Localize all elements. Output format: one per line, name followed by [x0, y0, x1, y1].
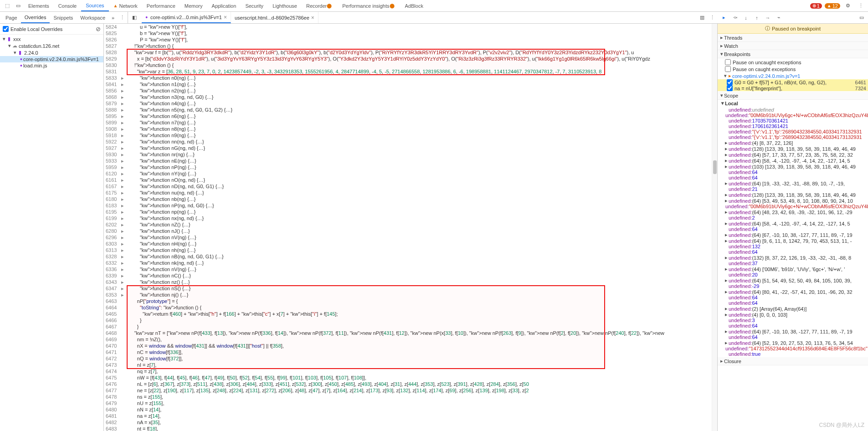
collapse-panel-icon[interactable]: ▭: [857, 13, 866, 22]
tree-folder[interactable]: ▾▮2.24.0: [0, 49, 103, 56]
breakpoint-hit-row[interactable]: na = nU["fingerprint"],7324: [718, 85, 868, 91]
fold-caret[interactable]: ▸: [120, 164, 125, 170]
scope-variable[interactable]: undefined: 64: [718, 169, 868, 175]
fold-caret[interactable]: ▸: [120, 196, 125, 202]
scope-variable[interactable]: ▸undefined: (64) [58, -4, -120, -97, -4,…: [718, 158, 868, 164]
scope-variable[interactable]: undefined: 37: [718, 261, 868, 266]
fold-caret[interactable]: ▸: [120, 145, 125, 151]
editor-scrollbar[interactable]: [712, 24, 717, 431]
more-icon[interactable]: ⋮: [856, 3, 866, 9]
watch-section[interactable]: ▸Watch: [718, 42, 868, 50]
fold-caret[interactable]: ▸: [120, 113, 125, 119]
tree-file[interactable]: •load.min.js: [0, 62, 103, 69]
fold-caret[interactable]: ▸: [120, 119, 125, 126]
breakpoints-section[interactable]: ▾Breakpoints: [718, 50, 868, 58]
scope-variable[interactable]: ▸undefined: (4) [8, 37, 22, 126]: [718, 140, 868, 146]
fold-caret[interactable]: ▸: [120, 272, 125, 279]
main-tab-sources[interactable]: Sources: [81, 0, 108, 11]
scope-variable[interactable]: ▸undefined: (2) [Array(64), Array(64)]: [718, 306, 868, 312]
scope-local[interactable]: ▾Local: [718, 100, 868, 107]
scope-variable[interactable]: ▸undefined: (64) [19, -33, -32, -31, -88…: [718, 180, 868, 186]
main-tab-security[interactable]: Security: [241, 0, 268, 11]
tree-root[interactable]: ▾▮xxx: [0, 36, 103, 42]
fold-caret[interactable]: ▸: [120, 253, 125, 260]
resume-button[interactable]: ▸: [719, 13, 729, 22]
main-tab-memory[interactable]: Memory: [180, 0, 207, 11]
close-tab-icon[interactable]: ×: [224, 14, 227, 21]
scope-variable[interactable]: ▸undefined: (128) [123, 39, 118, 39, 58,…: [718, 146, 868, 152]
fold-caret[interactable]: ▸: [120, 234, 125, 241]
scope-variable[interactable]: undefined: undefined: [718, 107, 868, 113]
fold-caret[interactable]: ▸: [120, 81, 125, 87]
fold-caret[interactable]: ▸: [120, 158, 125, 164]
fold-caret[interactable]: ▸: [120, 241, 125, 247]
fold-caret[interactable]: ▸: [120, 151, 125, 158]
scope-variable[interactable]: ▸undefined: (64) [48, 23, 42, 69, -39, -…: [718, 209, 868, 215]
file-tab[interactable]: •core-optimi.v2...0.min.js%3Fv=1×: [142, 12, 231, 23]
scope-variable[interactable]: ▸undefined: (44) ['00M6', 'b91b', 'UViy'…: [718, 266, 868, 272]
scope-variable[interactable]: ▸undefined: (64) [52, 19, 20, 27, 53, 20…: [718, 340, 868, 346]
main-tab-lighthouse[interactable]: Lighthouse: [268, 0, 302, 11]
fold-caret[interactable]: ▸: [120, 132, 125, 139]
toggle-navigator-icon[interactable]: ◧: [131, 14, 138, 21]
scope-variable[interactable]: ▸undefined: (64) [57, 17, 33, 77, 57, 23…: [718, 152, 868, 158]
scope-variable[interactable]: undefined: -29: [718, 283, 868, 289]
scope-variable[interactable]: undefined: 64: [718, 175, 868, 180]
fold-caret[interactable]: ▸: [120, 247, 125, 253]
scope-variable[interactable]: undefined: 64: [718, 249, 868, 255]
scope-variable[interactable]: undefined: "{'v':'v1.1','fp':'2689043238…: [718, 134, 868, 140]
threads-section[interactable]: ▸Threads: [718, 34, 868, 42]
fold-caret[interactable]: ▸: [120, 177, 125, 183]
main-tab-console[interactable]: Console: [54, 0, 81, 11]
deactivate-bp-button[interactable]: ⌁: [774, 13, 783, 22]
scope-variable[interactable]: undefined: 20: [718, 272, 868, 277]
bp-checkbox[interactable]: [727, 79, 733, 85]
fold-caret[interactable]: ▸: [120, 139, 125, 145]
scope-variable[interactable]: ▸undefined: (64) [53, 49, 53, 49, 8, 10,…: [718, 198, 868, 204]
warning-badge[interactable]: ▲ 12: [825, 3, 840, 9]
fold-caret[interactable]: ▸: [120, 279, 125, 285]
sub-tab-workspace[interactable]: Workspace: [77, 12, 109, 23]
scope-variable[interactable]: ▸undefined: (103) [123, 39, 118, 39, 58,…: [718, 164, 868, 169]
scope-variable[interactable]: undefined: 64: [718, 334, 868, 340]
scope-variable[interactable]: undefined: 1703570361421: [718, 118, 868, 123]
fold-caret[interactable]: ▸: [120, 75, 125, 81]
scope-variable[interactable]: undefined: "147312552344d414cf91356d684E…: [718, 346, 868, 351]
scope-variable[interactable]: undefined: 64: [718, 300, 868, 306]
main-tab-performance-insights[interactable]: Performance insights ⬤: [338, 0, 400, 11]
breakpoint-hit-row[interactable]: G0 = G0 + f[57] + G1, nB(nt, G0, ng, G2)…: [718, 79, 868, 85]
close-tab-icon[interactable]: ×: [311, 15, 314, 21]
step-out-button[interactable]: ↑: [752, 13, 761, 22]
show-coverage-icon[interactable]: ▥: [697, 15, 707, 21]
scope-variable[interactable]: undefined: 3: [718, 318, 868, 323]
main-tab-network[interactable]: ▲Network: [109, 0, 142, 11]
enable-local-overrides-checkbox[interactable]: [3, 26, 9, 32]
scope-variable[interactable]: ▸undefined: (64) [58, -4, -120, -97, -4,…: [718, 221, 868, 226]
fold-caret[interactable]: ▸: [120, 107, 125, 113]
scope-variable[interactable]: ▸undefined: (64) [67, -10, 10, 38, -127,…: [718, 328, 868, 334]
fold-caret[interactable]: ▸: [120, 260, 125, 266]
fold-caret[interactable]: ▸: [120, 292, 125, 298]
file-tab[interactable]: userscript.html...d-8609e25786ee×: [231, 12, 318, 23]
closure-section[interactable]: ▸Closure: [718, 357, 868, 365]
scope-variable[interactable]: undefined: 64: [718, 295, 868, 300]
scope-variable[interactable]: ▸undefined: (128) [123, 39, 118, 39, 58,…: [718, 192, 868, 198]
scope-variable[interactable]: undefined: 1706162361421: [718, 123, 868, 129]
fold-caret[interactable]: ▸: [120, 215, 125, 221]
bp-checkbox[interactable]: [727, 85, 733, 91]
main-tab-adblock[interactable]: AdBlock: [401, 0, 428, 11]
scope-variable[interactable]: undefined: "{'v':'v1.1','fp':'2689043238…: [718, 129, 868, 134]
step-over-button[interactable]: ⤼: [730, 13, 740, 22]
settings-icon[interactable]: ⚙: [843, 3, 853, 9]
main-tab-recorder[interactable]: Recorder ⬤: [302, 0, 338, 11]
fold-caret[interactable]: ▸: [120, 94, 125, 100]
fold-caret[interactable]: ▸: [120, 87, 125, 94]
error-badge[interactable]: ⊗ 1: [810, 3, 822, 9]
fold-caret[interactable]: ▸: [120, 266, 125, 272]
fold-caret[interactable]: ▸: [120, 170, 125, 177]
more-file-icon[interactable]: ⋮: [707, 15, 718, 21]
scope-variable[interactable]: ▸undefined: (64) [80, 41, -22, -57, 41, …: [718, 289, 868, 295]
inspect-icon[interactable]: ⬚: [4, 2, 11, 10]
pause-caught-checkbox[interactable]: [725, 66, 731, 72]
sub-tab-page[interactable]: Page: [2, 12, 21, 23]
